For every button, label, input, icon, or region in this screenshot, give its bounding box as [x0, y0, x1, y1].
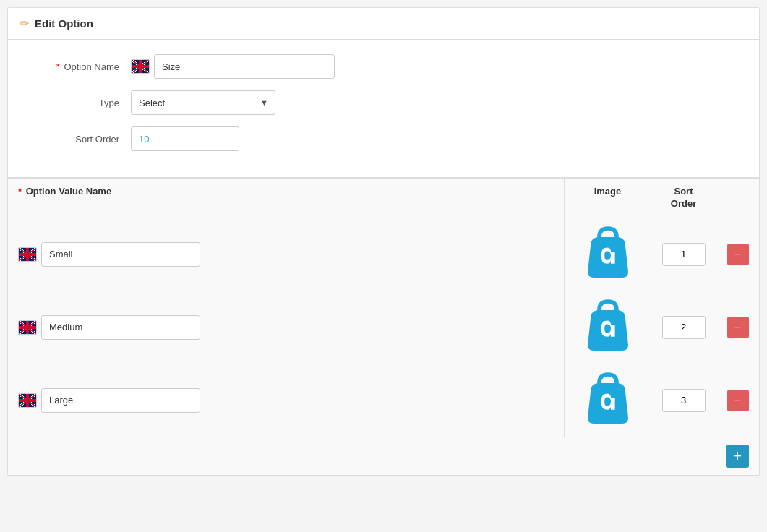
flag-gb-icon: [18, 320, 37, 335]
table-header: * Option Value Name Image SortOrder: [8, 178, 759, 218]
edit-option-panel: ✏ Edit Option * Option Name Type Select …: [7, 7, 760, 476]
type-label: Type: [30, 98, 131, 108]
type-select-wrapper: Select Radio Checkbox Text Textarea File…: [131, 90, 275, 115]
row-1-name-input[interactable]: [41, 242, 200, 267]
col-header-name: * Option Value Name: [8, 179, 564, 218]
pencil-icon: ✏: [20, 17, 29, 30]
row-2-image-cell: [564, 291, 651, 364]
table-row: −: [8, 364, 759, 437]
page-header: ✏ Edit Option: [8, 8, 759, 40]
col-header-action: [716, 179, 759, 218]
row-2-remove-button[interactable]: −: [727, 317, 749, 338]
option-name-group: * Option Name: [30, 54, 737, 79]
row-3-name-input[interactable]: [41, 388, 200, 413]
opencart-logo-icon: [579, 372, 637, 429]
row-3-image-cell: [564, 364, 651, 437]
flag-gb-icon: [131, 59, 150, 74]
row-2-name-cell: [8, 305, 564, 350]
type-select[interactable]: Select Radio Checkbox Text Textarea File…: [131, 90, 275, 115]
col-header-sort: SortOrder: [651, 179, 716, 218]
row-1-image-cell: [564, 218, 651, 291]
option-name-label: * Option Name: [30, 61, 131, 72]
option-values-table: * Option Value Name Image SortOrder: [8, 178, 759, 476]
option-name-input[interactable]: [154, 54, 335, 79]
sort-order-label: Sort Order: [30, 134, 131, 145]
opencart-logo-icon: [579, 226, 637, 283]
col-header-image: Image: [564, 179, 651, 218]
row-3-name-cell: [8, 378, 564, 423]
row-3-remove-button[interactable]: −: [727, 390, 749, 411]
type-group: Type Select Radio Checkbox Text Textarea…: [30, 90, 737, 115]
row-1-name-cell: [8, 232, 564, 277]
row-2-sort-cell: [651, 310, 716, 345]
row-2-sort-input[interactable]: [662, 316, 706, 339]
flag-gb-icon: [18, 247, 37, 262]
row-1-action-cell: −: [716, 244, 759, 265]
row-3-sort-input[interactable]: [662, 389, 706, 412]
required-asterisk: *: [56, 61, 60, 72]
table-row: −: [8, 291, 759, 364]
table-row: −: [8, 218, 759, 291]
row-3-action-cell: −: [716, 390, 759, 411]
page-title: Edit Option: [35, 17, 93, 30]
row-2-name-input[interactable]: [41, 315, 200, 340]
row-1-remove-button[interactable]: −: [727, 244, 749, 265]
sort-order-group: Sort Order: [30, 126, 737, 151]
row-3-sort-cell: [651, 383, 716, 418]
flag-gb-icon: [18, 393, 37, 408]
opencart-logo-icon: [579, 299, 637, 356]
option-form: * Option Name Type Select Radio Checkbox…: [8, 40, 759, 178]
sort-order-input[interactable]: [131, 126, 239, 151]
row-1-sort-cell: [651, 237, 716, 272]
row-1-sort-input[interactable]: [662, 243, 706, 266]
add-row-area: +: [8, 437, 759, 476]
add-row-button[interactable]: +: [726, 445, 749, 468]
row-2-action-cell: −: [716, 317, 759, 338]
